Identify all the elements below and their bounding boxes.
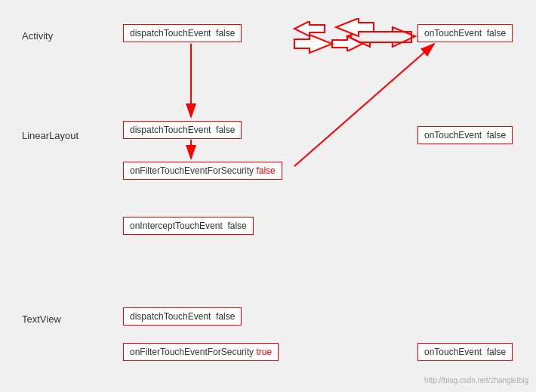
linearlayout-ontouch-value: false [487, 130, 506, 140]
linearlayout-intercept-node: onInterceptTouchEvent false [123, 217, 254, 235]
left-hollow-arrow [336, 18, 374, 36]
linearlayout-intercept-label: onInterceptTouchEvent [130, 221, 223, 231]
linearlayout-dispatch-value: false [216, 125, 235, 135]
textview-filter-node: onFilterTouchEventForSecurity true [123, 343, 279, 361]
textview-filter-label: onFilterTouchEventForSecurity [130, 347, 254, 357]
right-hollow-arrow [294, 35, 332, 53]
double-hollow-arrows [253, 18, 415, 56]
linearlayout-dispatch-label: dispatchTouchEvent [130, 125, 211, 135]
textview-dispatch-label: dispatchTouchEvent [130, 311, 211, 322]
linearlayout-label: LinearLayout [22, 130, 79, 141]
arrows-svg [0, 0, 536, 392]
linearlayout-filter-node: onFilterTouchEventForSecurity false [123, 162, 282, 180]
linearlayout-filter-value: false [256, 165, 275, 176]
linearlayout-intercept-value: false [227, 221, 246, 231]
textview-dispatch-node: dispatchTouchEvent false [123, 307, 242, 326]
activity-ontouch-label: onTouchEvent [424, 28, 482, 39]
textview-label: TextView [22, 313, 61, 325]
textview-ontouch-value: false [487, 347, 506, 357]
diagram-container: Activity LinearLayout TextView dispatchT… [0, 0, 536, 392]
activity-dispatch-value: false [216, 28, 235, 39]
activity-ontouch-value: false [487, 28, 506, 39]
activity-dispatch-label: dispatchTouchEvent [130, 28, 211, 39]
activity-label: Activity [22, 30, 53, 42]
textview-dispatch-value: false [216, 311, 235, 322]
linearlayout-filter-label: onFilterTouchEventForSecurity [130, 165, 254, 176]
watermark: http://blog.csdn.net/zhangleibig [424, 376, 528, 384]
linearlayout-ontouch-node: onTouchEvent false [417, 126, 513, 144]
activity-dispatch-node: dispatchTouchEvent false [123, 24, 242, 42]
textview-ontouch-label: onTouchEvent [424, 347, 482, 357]
textview-ontouch-node: onTouchEvent false [417, 343, 513, 361]
linearlayout-dispatch-node: dispatchTouchEvent false [123, 121, 242, 139]
activity-ontouch-node: onTouchEvent false [417, 24, 513, 42]
filter-to-activity-ontouch-arrow [294, 44, 434, 166]
textview-filter-value: true [256, 347, 272, 357]
linearlayout-ontouch-label: onTouchEvent [424, 130, 482, 140]
